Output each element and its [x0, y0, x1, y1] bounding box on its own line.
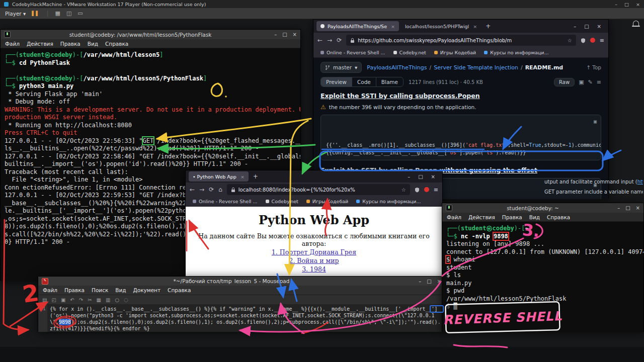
minimize-icon[interactable]: – — [574, 24, 576, 29]
paste-icon[interactable]: ▥ — [106, 297, 110, 303]
maximize-icon[interactable]: □ — [427, 279, 431, 284]
url-bar[interactable]: localhost:8080/index?book={%%20for%20x% … — [227, 184, 410, 195]
new-tab-button[interactable]: + — [251, 173, 261, 180]
menu-item[interactable]: Справка — [105, 41, 128, 47]
tab-python-web-app[interactable]: • Python Web App × — [189, 171, 249, 182]
back-icon[interactable]: ← — [190, 186, 195, 193]
menu-item[interactable]: Правка — [60, 41, 80, 47]
breadcrumb-folder[interactable]: Server Side Template Injection — [434, 64, 518, 71]
outline-icon[interactable]: ≡ — [597, 79, 601, 85]
tab-localhost-phptwig[interactable]: localhost/lesson5/PHPTwigl × — [401, 21, 481, 31]
view-tab[interactable]: Code — [352, 77, 376, 86]
maximize-icon[interactable]: □ — [418, 174, 423, 179]
bookmark-item[interactable]: Codeby.net — [266, 199, 298, 204]
breadcrumb-repo[interactable]: PayloadsAllTheThings — [367, 64, 427, 71]
close-icon[interactable]: × — [636, 2, 640, 7]
menu-item[interactable]: Поиск — [92, 287, 108, 293]
terminal2-output[interactable]: ┌──(student㉿codeby)-[~]└─$ nc -nvlp 9898… — [442, 222, 643, 332]
menu-item[interactable]: Справка — [547, 214, 570, 220]
menu-item[interactable]: Справка — [168, 287, 191, 293]
bookmark-item[interactable]: Online - Reverse Shell ... — [193, 199, 258, 204]
close-icon[interactable]: × — [293, 32, 297, 37]
cut-icon[interactable]: ✂ — [88, 297, 92, 303]
book-link[interactable]: 2. Война и мир — [186, 257, 442, 264]
menu-icon[interactable]: ≡ — [434, 187, 438, 193]
raw-button[interactable]: Raw — [554, 78, 575, 86]
close-icon[interactable]: × — [431, 174, 435, 179]
bookmark-item[interactable]: Online - Reverse Shell ... — [320, 50, 385, 55]
code-block-subprocess[interactable]: ▣ {{''.__class__.mro()[1].__subclasses__… — [320, 115, 601, 160]
bookmark-item[interactable]: Курсы по информаци... — [484, 50, 548, 55]
close-icon[interactable]: × — [636, 205, 640, 211]
menu-item[interactable]: Правка — [502, 214, 522, 220]
account-avatar-icon[interactable] — [590, 38, 595, 43]
shield-icon[interactable] — [581, 38, 586, 43]
branch-selector[interactable]: master ▾ — [320, 62, 362, 73]
view-tab[interactable]: Blame — [376, 77, 403, 86]
send-keys-icon[interactable]: ▦ — [55, 10, 60, 17]
back-icon[interactable]: ← — [317, 37, 323, 44]
maximize-icon[interactable]: □ — [584, 24, 589, 29]
minimize-icon[interactable]: – — [617, 205, 620, 211]
close-icon[interactable]: × — [597, 24, 601, 29]
tab-close-icon[interactable]: × — [473, 24, 477, 29]
shield-icon[interactable] — [415, 187, 420, 193]
menu-item[interactable]: Действия — [468, 214, 495, 220]
twitter-link[interactable]: https://twitter.com/SecGus — [637, 179, 643, 185]
undo-icon[interactable]: ↶ — [70, 297, 74, 303]
book-link[interactable]: 1. Портрет Дориана Грея — [186, 248, 442, 256]
reload-icon[interactable]: ⟳ — [209, 186, 214, 193]
bookmark-item[interactable]: Игры Кодебай — [434, 50, 476, 55]
forward-icon[interactable]: → — [327, 37, 332, 44]
open-file-icon[interactable]: ◰ — [51, 297, 56, 303]
bookmark-star-icon[interactable]: ☆ — [401, 187, 406, 193]
bookmark-star-icon[interactable]: ☆ — [568, 38, 572, 43]
menu-item[interactable]: Вид — [115, 287, 126, 293]
fullscreen-icon[interactable]: ▭ — [77, 10, 83, 17]
new-tab-button[interactable]: + — [483, 23, 493, 30]
forward-icon[interactable]: → — [199, 186, 204, 193]
menu-item[interactable]: Документ — [133, 287, 161, 293]
menu-item[interactable]: Файл — [43, 287, 57, 293]
player-menu[interactable]: Player ▾ — [5, 11, 26, 17]
copy-icon[interactable]: ▣ — [579, 79, 584, 85]
url-bar[interactable]: https://github.com/swisskyrepo/PayloadsA… — [346, 35, 576, 46]
maximize-icon[interactable]: □ — [625, 205, 630, 211]
minimize-icon[interactable]: – — [419, 279, 421, 284]
terminal1-titlebar[interactable]: ▮ student@codeby: /var/www/html/lesson5/… — [1, 30, 300, 39]
maximize-icon[interactable]: □ — [624, 2, 629, 7]
menu-item[interactable]: Вид — [529, 214, 540, 220]
bookmark-item[interactable]: Курсы по информаци... — [356, 199, 421, 204]
find-replace-icon[interactable]: ◌ — [124, 297, 128, 303]
copy-icon[interactable]: ▦ — [97, 297, 101, 303]
home-icon[interactable]: ⌂ — [218, 186, 222, 193]
tab-close-icon[interactable]: × — [391, 24, 395, 29]
menu-item[interactable]: Файл — [5, 41, 20, 47]
minimize-icon[interactable]: – — [274, 32, 277, 37]
book-link[interactable]: 3. 1984 — [186, 265, 442, 273]
edit-pencil-icon[interactable]: ✎ — [588, 79, 593, 85]
tab-close-icon[interactable]: × — [240, 174, 245, 179]
tab-payloadsallthethings[interactable]: PayloadsAllTheThings/Se × — [316, 21, 399, 31]
minimize-icon[interactable]: – — [615, 2, 617, 7]
bookmark-item[interactable]: Codeby.net — [393, 50, 426, 55]
account-avatar-icon[interactable] — [424, 187, 429, 192]
menu-icon[interactable]: ≡ — [600, 37, 604, 44]
close-icon[interactable]: × — [437, 279, 441, 284]
pause-icon[interactable]: ▌▌ — [32, 11, 40, 16]
notification-bell-icon[interactable] — [633, 21, 639, 26]
redo-icon[interactable]: ↷ — [79, 297, 83, 303]
mousepad-titlebar[interactable]: ✎ *~/Рабочий стол/tmp_lesson_5 - Mousepa… — [38, 277, 445, 286]
reload-icon[interactable]: ⟳ — [337, 37, 342, 44]
menu-item[interactable]: Правка — [64, 287, 85, 293]
menu-item[interactable]: Вид — [88, 41, 98, 47]
copy-icon[interactable]: ▣ — [594, 118, 597, 125]
find-icon[interactable]: ○ — [115, 297, 119, 303]
menu-item[interactable]: Файл — [447, 214, 461, 220]
maximize-icon[interactable]: □ — [282, 32, 287, 37]
minimize-icon[interactable]: – — [408, 174, 410, 179]
new-file-icon[interactable]: ▤ — [42, 297, 47, 303]
view-tab[interactable]: Preview — [321, 77, 352, 86]
terminal2-titlebar[interactable]: ▮ student@codeby: ~ – □ × — [442, 203, 643, 213]
snapshot-icon[interactable]: ◫ — [66, 10, 71, 17]
